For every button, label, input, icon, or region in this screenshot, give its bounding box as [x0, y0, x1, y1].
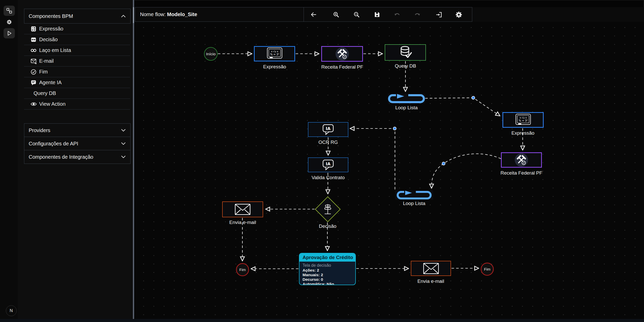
panel-canvas-divider [133, 0, 134, 322]
accordion-componentes-bpm[interactable]: Componentes BPM [24, 9, 131, 24]
zoom-out-icon [353, 12, 360, 18]
loop-infinity-icon [30, 47, 37, 54]
flow-node-loop-lista-1[interactable] [388, 94, 425, 103]
bpm-component-list: Expressão Decisão [24, 24, 130, 110]
edge-waypoint[interactable] [442, 162, 445, 165]
node-label: Valida Contrato [312, 175, 345, 180]
tools-hammer-icon [514, 153, 528, 167]
sidebar-item-view-action[interactable]: View Action [24, 99, 130, 110]
save-button[interactable] [372, 9, 382, 20]
sidebar-item-label: Laço em Lista [39, 47, 71, 53]
accordion-title: Componentes de Integração [29, 154, 93, 160]
svg-text:x √y x: x √y x [519, 116, 527, 119]
scrollbar-thumb[interactable] [133, 7, 134, 23]
accordion-componentes-integracao[interactable]: Componentes de Integração [24, 150, 131, 164]
flow-icon [6, 7, 13, 14]
node-label: Loop Lista [395, 105, 418, 111]
flow-node-expressao-2[interactable]: x √y x % = 3² [502, 112, 544, 128]
flow-tool-button[interactable] [4, 6, 15, 16]
approval-title: Aprovação de Crédito [303, 255, 353, 260]
approval-header: Aprovação de Crédito [299, 253, 355, 262]
back-button[interactable] [308, 9, 319, 20]
flow-node-aprovacao-credito[interactable]: Aprovação de Crédito Tela de decisão Açõ… [299, 253, 356, 285]
zoom-out-button[interactable] [351, 9, 362, 20]
flow-node-query-db[interactable] [385, 44, 426, 61]
node-label: OCR RG [318, 139, 338, 145]
avatar-letter: N [10, 308, 13, 313]
svg-text:IA: IA [326, 126, 331, 131]
flow-node-ocr-rg[interactable]: IA [308, 122, 348, 137]
accordion-title: Configurações de API [29, 141, 78, 147]
edge-waypoint[interactable] [393, 127, 396, 130]
sidebar-item-agente-ia[interactable]: Agente IA [24, 77, 130, 88]
database-check-icon [399, 45, 412, 60]
settings-button[interactable] [4, 17, 15, 27]
run-flow-button[interactable] [4, 28, 15, 38]
flow-node-envia-email-1[interactable] [222, 201, 263, 217]
flow-node-receita-federal-1[interactable] [321, 46, 363, 62]
flow-node-inicio[interactable]: Início [204, 47, 218, 61]
flow-node-fim-1[interactable]: Fim [236, 263, 249, 276]
node-label: Expressão [511, 130, 534, 136]
chevron-down-icon [121, 142, 126, 145]
accordion-configuracoes-api[interactable]: Configurações de API [24, 137, 131, 151]
svg-text:IA: IA [326, 162, 331, 166]
end-check-icon [30, 69, 37, 75]
eye-icon [30, 101, 37, 108]
redo-button[interactable] [412, 9, 423, 20]
loop-icon [395, 190, 433, 200]
flow-canvas[interactable]: Nome flow: Modelo_Site [135, 7, 644, 319]
zoom-in-icon [333, 12, 339, 18]
sidebar-item-decisao[interactable]: Decisão [24, 34, 130, 45]
tools-hammer-icon [335, 47, 349, 61]
approval-line: Automática: Não [303, 282, 352, 285]
flow-settings-button[interactable] [453, 9, 464, 20]
loop-icon [388, 94, 425, 103]
sidebar-item-query-db[interactable]: Query DB [24, 88, 130, 99]
flow-node-expressao-1[interactable]: x √y x % = 3² [254, 46, 295, 61]
export-icon [436, 12, 442, 18]
gear-icon [456, 12, 462, 18]
svg-text:% = 3²: % = 3² [270, 53, 279, 56]
bottom-strip [0, 319, 644, 322]
edge-waypoint[interactable] [471, 96, 475, 100]
ai-agent-chat-icon [30, 79, 37, 86]
sidebar-item-label: Agente IA [39, 80, 62, 85]
flow-node-loop-lista-2[interactable] [395, 190, 433, 200]
undo-button[interactable] [392, 9, 402, 20]
left-icon-rail: N [0, 0, 18, 322]
sidebar-item-expressao[interactable]: Expressão [24, 24, 130, 34]
expression-calculator-icon [30, 26, 37, 32]
toolbar-button-group [303, 7, 472, 22]
svg-text:% = 3²: % = 3² [519, 119, 528, 122]
flow-node-decisao[interactable] [315, 196, 340, 222]
zoom-in-button[interactable] [331, 9, 341, 20]
sidebar-item-email[interactable]: E-mail [24, 56, 130, 67]
accordion-providers[interactable]: Providers [24, 123, 131, 137]
sidebar-item-label: Decisão [39, 37, 58, 42]
approval-line: Ações: 2 [303, 268, 352, 273]
ia-chat-bubble-icon: IA [322, 159, 334, 170]
envelope-icon [423, 263, 439, 274]
sidebar-item-label: Query DB [34, 90, 56, 96]
save-floppy-icon [374, 12, 380, 18]
node-label: Expressão [263, 64, 286, 70]
sidebar-item-laco-em-lista[interactable]: Laço em Lista [24, 45, 130, 56]
user-avatar[interactable]: N [6, 305, 17, 316]
node-label: Loop Lista [403, 201, 425, 206]
export-flow-button[interactable] [433, 9, 444, 20]
flow-node-valida-contrato[interactable]: IA [308, 157, 348, 172]
sidebar-item-label: Fim [39, 69, 48, 75]
approval-line: Manuais: 2 [303, 273, 352, 277]
sidebar-item-fim[interactable]: Fim [24, 67, 130, 77]
flow-name-field[interactable]: Nome flow: Modelo_Site [135, 7, 304, 22]
flow-node-envia-email-2[interactable] [411, 261, 451, 276]
node-label: Decisão [319, 223, 337, 229]
approval-subtitle: Tela de decisão [303, 263, 352, 268]
flow-node-fim-2[interactable]: Fim [481, 263, 494, 276]
node-label: Receita Federal PF [500, 170, 542, 176]
chevron-down-icon [121, 129, 126, 132]
undo-icon [394, 12, 400, 18]
flow-node-receita-federal-2[interactable] [501, 152, 542, 168]
sidebar-item-label: E-mail [39, 58, 54, 64]
